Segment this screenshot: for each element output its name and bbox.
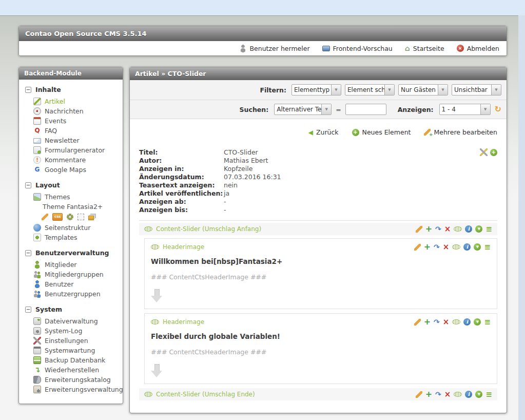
sidebar-item-events[interactable]: Events <box>25 116 120 126</box>
sidebar-item-seitenstruktur[interactable]: Seitenstruktur <box>25 223 120 233</box>
info-icon[interactable]: i <box>465 225 472 233</box>
info-icon[interactable]: i <box>463 318 471 326</box>
plus-circle-icon[interactable]: + <box>490 149 497 156</box>
sidebar-item-templates[interactable]: Templates <box>25 233 120 242</box>
sidebar-item-benutzergruppen[interactable]: Benutzergruppen <box>25 289 120 299</box>
delete-icon[interactable]: × <box>444 225 451 233</box>
delete-icon[interactable]: × <box>443 243 450 251</box>
filter-select-elementtyp[interactable]: Elementtyp ▼ <box>291 84 341 96</box>
member-icon <box>33 261 41 269</box>
sidebar-item-kommentare[interactable]: ! Kommentare <box>25 155 120 165</box>
drag-handle-icon[interactable]: ≡ <box>484 243 491 251</box>
edit-icon[interactable] <box>414 244 421 251</box>
chevron-down-icon: ▼ <box>331 85 341 95</box>
user-menu-link[interactable]: Benutzer hermeler <box>239 45 310 52</box>
refresh-icon[interactable]: ↻ <box>495 105 501 113</box>
filter-select-nur-gaesten[interactable]: Nur Gästen anze ▼ <box>398 84 448 96</box>
theme-edit-icon[interactable] <box>42 214 48 220</box>
edit-article-settings-icon[interactable] <box>480 148 488 156</box>
modules-gear-icon[interactable] <box>67 214 73 220</box>
sidebar-item-faq[interactable]: Q FAQ <box>25 126 120 136</box>
sidebar-item-mitglieder[interactable]: Mitglieder <box>25 260 120 270</box>
toggle-visibility-icon[interactable] <box>454 392 462 397</box>
search-input[interactable] <box>345 104 386 115</box>
sidebar-item-erweiterungsverwaltung[interactable]: Erweiterungsverwaltung <box>25 385 120 394</box>
user-item-icon <box>33 280 41 288</box>
sidebar-item-system-log[interactable]: System-Log <box>25 326 120 336</box>
drag-handle-icon[interactable]: ≡ <box>484 318 491 326</box>
log-icon <box>33 327 41 335</box>
move-icon[interactable]: ↷ <box>434 243 440 251</box>
sidebar-item-wiederherstellen[interactable]: ↴ Wiederherstellen <box>25 365 120 375</box>
sidebar-item-mitgliedergruppen[interactable]: Mitgliedergruppen <box>25 270 120 279</box>
edit-icon[interactable] <box>416 391 422 398</box>
article-info: Titel: CTO-Slider Autor: Mathias Ebert A… <box>139 148 497 214</box>
section-toggle-layout[interactable]: − Layout <box>25 181 120 189</box>
wrapper-end-label-group: Content-Slider (Umschlag Ende) <box>144 391 255 398</box>
sidebar-item-newsletter[interactable]: Newsletter <box>25 136 120 145</box>
move-icon[interactable]: ↷ <box>435 225 441 233</box>
info-icon[interactable]: i <box>463 243 471 251</box>
create-new-icon[interactable]: + <box>425 391 432 398</box>
move-icon[interactable]: ↷ <box>434 318 440 326</box>
filter-select-element-schuetzen[interactable]: Element schütze ▼ <box>345 84 395 96</box>
item-label: Einstellungen <box>45 337 88 345</box>
info-value: Mathias Ebert <box>224 157 497 165</box>
edit-icon[interactable] <box>416 226 422 233</box>
sidebar-item-themes[interactable]: Themes <box>25 192 120 202</box>
filter-select-unsichtbar[interactable]: Unsichtbar ▼ <box>452 84 501 96</box>
sidebar-item-formulargenerator[interactable]: Formulargenerator <box>25 145 120 155</box>
wrapper-end-row: Content-Slider (Umschlag Ende) + ↷ × i ▼… <box>139 388 497 400</box>
themes-icon <box>33 193 41 201</box>
toggle-visibility-icon[interactable] <box>454 226 462 232</box>
frontend-preview-link[interactable]: Frontend-Vorschau <box>322 45 393 52</box>
sidebar-item-systemwartung[interactable]: Systemwartung <box>25 346 120 355</box>
section-toggle-system[interactable]: − System <box>25 306 120 313</box>
edit-icon[interactable] <box>414 319 421 326</box>
home-link[interactable]: ⌂ Startseite <box>405 45 444 52</box>
delete-icon[interactable]: × <box>443 318 450 326</box>
create-new-icon[interactable]: + <box>424 318 431 326</box>
create-new-icon[interactable]: + <box>425 225 432 233</box>
logout-link[interactable]: × Abmelden <box>457 45 499 52</box>
sidebar-item-google-maps[interactable]: G Google Maps <box>25 165 120 175</box>
wrapper-end-label: Content-Slider (Umschlag Ende) <box>156 391 255 398</box>
content-element-card: Headerimage + ↷ × i ▼ ≡ Willkommen bei[n… <box>144 238 497 309</box>
sidebar-item-nachrichten[interactable]: Nachrichten <box>25 106 120 116</box>
move-down-icon[interactable]: ▼ <box>475 225 482 233</box>
css-icon[interactable]: css <box>52 213 63 221</box>
new-element-button[interactable]: + Neues Element <box>352 128 411 136</box>
delete-icon[interactable]: × <box>444 391 451 398</box>
sidebar-item-artikel[interactable]: Artikel <box>25 97 120 106</box>
sidebar-item-einstellungen[interactable]: Einstellungen <box>25 336 120 346</box>
back-button[interactable]: ◀ Zurück <box>308 128 339 136</box>
theme-tools-row: css <box>25 212 120 223</box>
item-label: System-Log <box>45 327 82 335</box>
move-icon[interactable]: ↷ <box>435 391 441 398</box>
show-range-select[interactable]: 1 - 4 ▼ <box>439 104 491 115</box>
main-panel: Artikel » CTO-Slider Filtern: Elementtyp… <box>129 67 507 413</box>
drag-handle-icon[interactable]: ≡ <box>485 391 492 398</box>
search-field-select[interactable]: Alternativer Text ▼ <box>274 104 332 115</box>
move-down-icon[interactable]: ▼ <box>474 318 481 326</box>
toggle-visibility-icon[interactable] <box>452 244 460 250</box>
drag-handle-icon[interactable]: ≡ <box>485 225 492 233</box>
globe-icon <box>33 224 41 232</box>
sidebar-item-dateiverwaltung[interactable]: Dateiverwaltung <box>25 316 120 326</box>
info-value: ja <box>224 189 497 198</box>
collapse-icon: − <box>25 250 31 256</box>
toggle-visibility-icon[interactable] <box>452 319 460 324</box>
edit-multiple-button[interactable]: + Mehrere bearbeiten <box>424 128 497 136</box>
move-down-icon[interactable]: ▼ <box>475 391 482 398</box>
section-toggle-inhalte[interactable]: − Inhalte <box>25 86 120 93</box>
info-icon[interactable]: i <box>465 391 472 398</box>
move-down-icon[interactable]: ▼ <box>474 243 481 251</box>
comments-icon: ! <box>33 156 41 164</box>
create-new-icon[interactable]: + <box>424 243 431 251</box>
sidebar-item-backup-datenbank[interactable]: Backup Datenbank <box>25 355 120 365</box>
image-sizes-icon[interactable] <box>88 216 94 220</box>
sidebar-item-erweiterungskatalog[interactable]: Erweiterungskatalog <box>25 375 120 385</box>
page-layout-icon[interactable] <box>77 214 84 220</box>
sidebar-item-benutzer[interactable]: Benutzer <box>25 279 120 289</box>
section-toggle-benutzerverwaltung[interactable]: − Benutzerverwaltung <box>25 249 120 257</box>
